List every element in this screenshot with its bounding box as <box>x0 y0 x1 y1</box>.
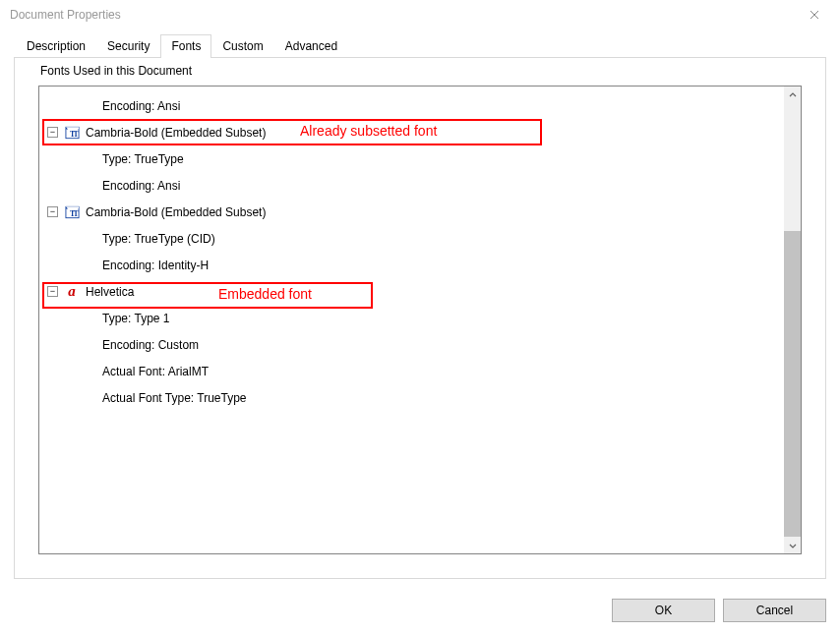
font-detail[interactable]: Type: TrueType (CID) <box>39 225 784 252</box>
tab-fonts[interactable]: Fonts <box>160 34 211 58</box>
window-title: Document Properties <box>10 8 121 22</box>
tabstrip: DescriptionSecurityFontsCustomAdvanced <box>16 33 826 57</box>
font-name-label: Cambria-Bold (Embedded Subset) <box>86 205 266 219</box>
font-detail[interactable]: Type: TrueType <box>39 145 784 172</box>
font-name-label: Helvetica <box>86 285 134 299</box>
svg-text:T: T <box>73 208 79 217</box>
close-button[interactable] <box>793 1 836 29</box>
font-detail[interactable]: Encoding: Identity-H <box>39 252 784 278</box>
collapse-icon[interactable]: − <box>47 286 58 297</box>
font-detail[interactable]: Encoding: Custom <box>39 331 784 358</box>
font-tree[interactable]: Encoding: Ansi−TTCambria-Bold (Embedded … <box>39 86 784 553</box>
groupbox-fonts-used: Fonts Used in this Document Encoding: An… <box>29 72 811 564</box>
close-icon <box>810 10 819 20</box>
tab-panel-fonts: Fonts Used in this Document Encoding: An… <box>14 57 826 579</box>
scroll-track[interactable] <box>784 103 801 537</box>
chevron-up-icon <box>789 91 797 99</box>
type1-font-icon: a <box>64 284 80 300</box>
collapse-icon[interactable]: − <box>47 206 58 217</box>
scroll-up-button[interactable] <box>784 86 801 103</box>
font-detail[interactable]: Actual Font Type: TrueType <box>39 384 784 411</box>
font-detail[interactable]: Type: Type 1 <box>39 305 784 331</box>
font-detail[interactable]: Encoding: Ansi <box>39 172 784 199</box>
scroll-down-button[interactable] <box>784 537 801 553</box>
font-entry[interactable]: −TTCambria-Bold (Embedded Subset) <box>39 119 784 145</box>
client-area: DescriptionSecurityFontsCustomAdvanced F… <box>0 29 840 589</box>
truetype-font-icon: TT <box>64 204 80 220</box>
font-name-label: Cambria-Bold (Embedded Subset) <box>86 126 266 140</box>
tab-advanced[interactable]: Advanced <box>274 34 348 58</box>
font-detail[interactable]: Actual Font: ArialMT <box>39 358 784 384</box>
truetype-font-icon: TT <box>64 125 80 141</box>
font-detail[interactable]: Encoding: Ansi <box>39 92 784 119</box>
collapse-icon[interactable]: − <box>47 127 58 138</box>
cancel-button[interactable]: Cancel <box>723 599 826 622</box>
tab-description[interactable]: Description <box>16 34 96 58</box>
chevron-down-icon <box>789 542 797 549</box>
button-row: OK Cancel <box>0 589 840 634</box>
titlebar: Document Properties <box>0 0 840 29</box>
font-entry[interactable]: −aHelvetica <box>39 278 784 305</box>
tab-security[interactable]: Security <box>96 34 160 58</box>
scroll-thumb[interactable] <box>784 231 801 537</box>
groupbox-label: Fonts Used in this Document <box>36 64 196 78</box>
ok-button[interactable]: OK <box>612 599 715 622</box>
tab-custom[interactable]: Custom <box>211 34 273 58</box>
vertical-scrollbar[interactable] <box>784 86 801 553</box>
font-entry[interactable]: −TTCambria-Bold (Embedded Subset) <box>39 199 784 225</box>
svg-text:T: T <box>73 129 79 138</box>
font-tree-wrap: Encoding: Ansi−TTCambria-Bold (Embedded … <box>38 86 802 554</box>
window: Document Properties DescriptionSecurityF… <box>0 0 840 634</box>
